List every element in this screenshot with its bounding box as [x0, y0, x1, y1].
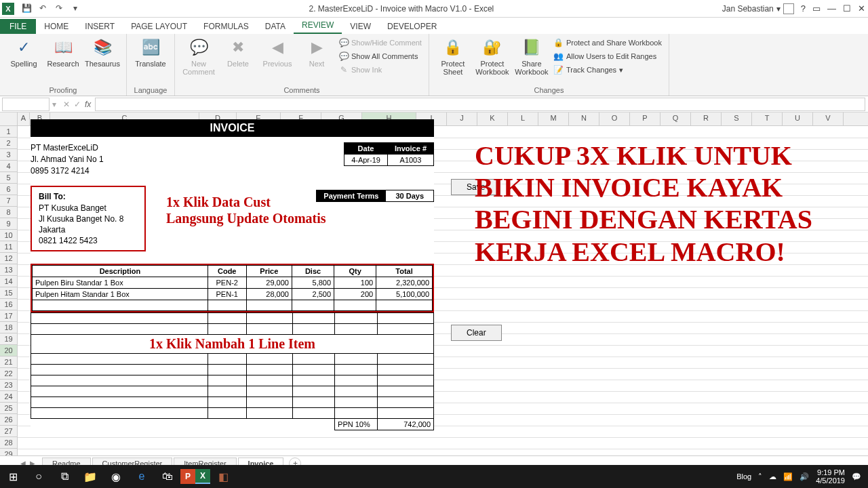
edge-icon[interactable]: e — [129, 465, 155, 488]
help-icon[interactable]: ? — [801, 3, 806, 14]
show-hide-comment-button[interactable]: 💬Show/Hide Comment — [338, 37, 423, 49]
tab-page-layout[interactable]: PAGE LAYOUT — [123, 19, 195, 34]
col-Q[interactable]: Q — [660, 113, 691, 125]
col-U[interactable]: U — [783, 113, 813, 125]
minimize-icon[interactable]: — — [827, 3, 836, 14]
name-box[interactable] — [2, 98, 50, 111]
table-row[interactable] — [31, 365, 434, 375]
row-12[interactable]: 12 — [0, 253, 18, 264]
store-icon[interactable]: 🛍 — [155, 465, 180, 488]
chrome-icon[interactable]: ◉ — [103, 465, 129, 488]
row-21[interactable]: 21 — [0, 357, 18, 368]
col-J[interactable]: J — [447, 113, 477, 125]
table-row[interactable] — [33, 300, 433, 311]
user-account[interactable]: Jan Sebastian ▾ — [722, 3, 794, 14]
tray-wifi-icon[interactable]: 📶 — [783, 472, 793, 481]
billto-phone[interactable]: 0821 1422 5423 — [39, 235, 138, 246]
tab-review[interactable]: REVIEW — [294, 18, 342, 34]
track-changes-button[interactable]: 📝Track Changes ▾ — [553, 64, 663, 76]
row-18[interactable]: 18 — [0, 322, 18, 333]
date-value[interactable]: 4-Apr-19 — [344, 155, 388, 166]
tab-formulas[interactable]: FORMULAS — [195, 19, 257, 34]
tray-time[interactable]: 9:19 PM — [816, 468, 845, 476]
col-V[interactable]: V — [813, 113, 844, 125]
excel-taskbar-icon[interactable]: X — [195, 469, 210, 484]
thesaurus-button[interactable]: 📚Thesaurus — [84, 37, 121, 68]
research-button[interactable]: 📖Research — [45, 37, 81, 68]
select-all-corner[interactable] — [0, 113, 18, 125]
macro-clear-button[interactable]: Clear — [451, 325, 502, 341]
table-row[interactable] — [31, 397, 434, 408]
show-ink-button[interactable]: ✎Show Ink — [338, 64, 423, 76]
row-22[interactable]: 22 — [0, 368, 18, 380]
col-A[interactable]: A — [18, 113, 30, 125]
next-comment-button[interactable]: ▶Next — [298, 37, 335, 68]
tab-data[interactable]: DATA — [257, 19, 294, 34]
payment-terms-value[interactable]: 30 Days — [386, 190, 434, 202]
col-P[interactable]: P — [630, 113, 660, 125]
table-row[interactable] — [31, 354, 434, 365]
save-icon[interactable]: 💾 — [21, 3, 32, 14]
row-3[interactable]: 3 — [0, 149, 18, 161]
tab-home[interactable]: HOME — [36, 19, 77, 34]
worksheet-grid[interactable]: A B C D E F G H I J K L M N O P Q R S T … — [0, 113, 868, 455]
cortana-icon[interactable]: ○ — [26, 465, 52, 488]
row-19[interactable]: 19 — [0, 333, 18, 345]
col-O[interactable]: O — [599, 113, 630, 125]
taskview-icon[interactable]: ⧉ — [52, 465, 77, 488]
protect-share-button[interactable]: 🔒Protect and Share Workbook — [553, 37, 663, 49]
row-23[interactable]: 23 — [0, 380, 18, 391]
row-20[interactable]: 20 — [0, 345, 18, 357]
delete-comment-button[interactable]: ✖Delete — [220, 37, 256, 68]
billto-city[interactable]: Jakarta — [39, 224, 138, 235]
invoice-num-value[interactable]: A1003 — [387, 155, 433, 166]
row-15[interactable]: 15 — [0, 287, 18, 299]
row-7[interactable]: 7 — [0, 195, 18, 207]
row-13[interactable]: 13 — [0, 264, 18, 276]
protect-sheet-button[interactable]: 🔒Protect Sheet — [435, 37, 471, 76]
row-4[interactable]: 4 — [0, 161, 18, 172]
col-T[interactable]: T — [752, 113, 783, 125]
file-tab[interactable]: FILE — [0, 19, 36, 34]
row-24[interactable]: 24 — [0, 391, 18, 403]
col-R[interactable]: R — [691, 113, 722, 125]
row-8[interactable]: 8 — [0, 207, 18, 218]
row-25[interactable]: 25 — [0, 403, 18, 414]
explorer-icon[interactable]: 📁 — [77, 465, 103, 488]
col-M[interactable]: M — [538, 113, 569, 125]
table-row[interactable] — [31, 408, 434, 419]
row-28[interactable]: 28 — [0, 437, 18, 449]
col-S[interactable]: S — [722, 113, 752, 125]
powerpoint-icon[interactable]: P — [180, 469, 195, 484]
cancel-formula-icon[interactable]: ✕ — [63, 100, 70, 109]
show-all-comments-button[interactable]: 💬Show All Comments — [338, 50, 423, 62]
table-row[interactable] — [31, 386, 434, 397]
row-10[interactable]: 10 — [0, 230, 18, 241]
start-icon[interactable]: ⊞ — [0, 465, 26, 488]
allow-users-button[interactable]: 👥Allow Users to Edit Ranges — [553, 50, 663, 62]
app-icon[interactable]: ◧ — [210, 465, 236, 488]
tray-cloud-icon[interactable]: ☁ — [769, 472, 776, 481]
row-26[interactable]: 26 — [0, 414, 18, 426]
ribbon-options-icon[interactable]: ▭ — [812, 3, 821, 14]
tab-insert[interactable]: INSERT — [77, 19, 123, 34]
col-K[interactable]: K — [477, 113, 508, 125]
fx-icon[interactable]: fx — [85, 100, 91, 109]
share-workbook-button[interactable]: 📗Share Workbook — [513, 37, 550, 76]
row-17[interactable]: 17 — [0, 310, 18, 322]
table-row[interactable]: Pulpen Biru Standar 1 Box PEN-2 29,000 5… — [33, 277, 433, 289]
undo-icon[interactable]: ↶ — [37, 3, 48, 14]
row-9[interactable]: 9 — [0, 218, 18, 230]
row-16[interactable]: 16 — [0, 299, 18, 310]
row-29[interactable]: 29 — [0, 449, 18, 455]
table-row[interactable] — [31, 313, 434, 324]
maximize-icon[interactable]: ☐ — [843, 3, 851, 14]
tray-volume-icon[interactable]: 🔊 — [800, 472, 809, 481]
protect-workbook-button[interactable]: 🔐Protect Workbook — [474, 37, 511, 76]
row-14[interactable]: 14 — [0, 276, 18, 287]
tray-blog[interactable]: Blog — [736, 472, 751, 481]
tab-view[interactable]: VIEW — [342, 19, 379, 34]
row-2[interactable]: 2 — [0, 138, 18, 149]
table-row[interactable]: Pulpen Hitam Standar 1 Box PEN-1 28,000 … — [33, 289, 433, 300]
tray-notifications-icon[interactable]: 💬 — [852, 472, 861, 481]
